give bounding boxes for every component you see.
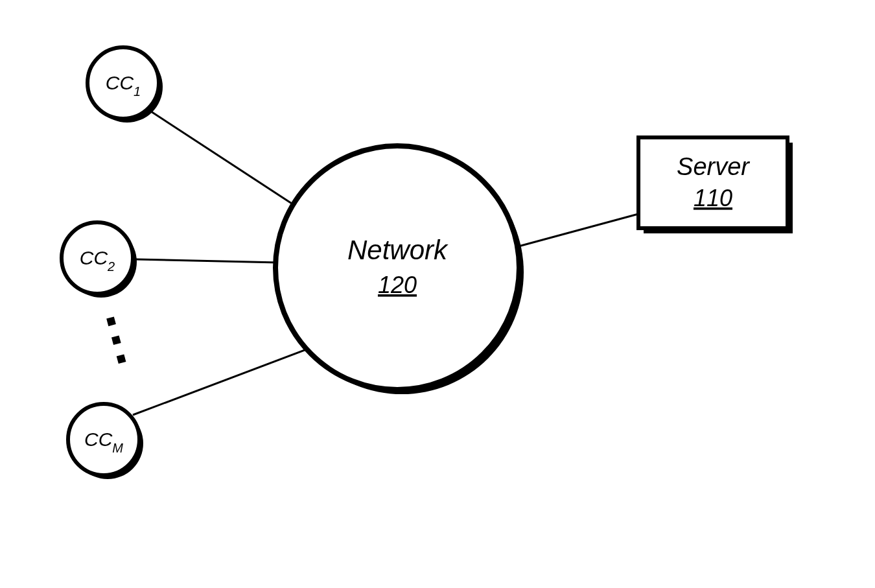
cc2-label-sub: 2: [107, 259, 115, 274]
server-node: Server 110: [638, 137, 793, 233]
server-ref: 110: [694, 185, 732, 211]
cc1-label-main: CC: [106, 72, 134, 93]
svg-point-1: [275, 146, 519, 390]
svg-rect-8: [106, 316, 116, 326]
ccm-label-sub: M: [112, 441, 123, 455]
cc1-node: CC1: [88, 47, 163, 123]
svg-rect-9: [111, 335, 121, 345]
svg-rect-10: [117, 354, 126, 364]
server-label: Server: [677, 153, 750, 180]
network-node: Network 120: [275, 146, 524, 394]
network-ref: 120: [378, 272, 417, 298]
cc1-label-sub: 1: [134, 84, 141, 99]
ccm-label-main: CC: [84, 429, 113, 450]
ccm-node: CCM: [68, 404, 143, 479]
edge-ccm-network: [133, 340, 331, 415]
ellipsis-dots: [106, 316, 126, 364]
cc2-node: CC2: [62, 222, 137, 298]
svg-rect-15: [638, 137, 788, 228]
network-diagram: Network 120 CC1 CC2 CCM Server 110: [0, 0, 875, 588]
network-label: Network: [347, 235, 449, 265]
edge-cc2-network: [136, 259, 279, 263]
edge-network-server: [519, 214, 638, 246]
cc2-label-main: CC: [80, 247, 108, 268]
